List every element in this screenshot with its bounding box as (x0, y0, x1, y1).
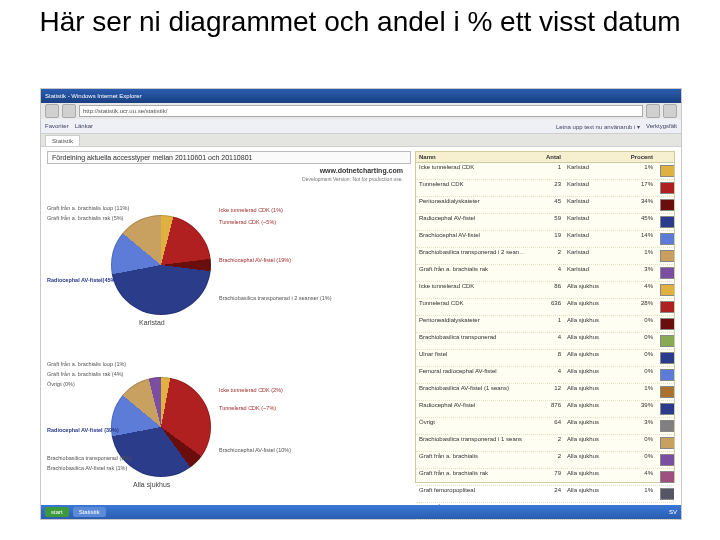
brand-watermark: www.dotnetcharting.com (320, 167, 403, 174)
table-row: Peritonealdialyskateter45Karlstad34% (416, 197, 674, 214)
stop-button[interactable] (663, 104, 677, 118)
pie2-label-r0: Icke tunnelerad CDK (2%) (219, 387, 283, 393)
table-row: Graft från a. brachialis rak4Karlstad3% (416, 265, 674, 282)
table-row: Femoral radiocephal AV-fistel4Alla sjukh… (416, 367, 674, 384)
table-row: Övrigt64Alla sjukhus3% (416, 418, 674, 435)
screenshot-frame: Statistik - Windows Internet Explorer ht… (40, 88, 682, 520)
table-row: Brachiobasilica transponerad4Alla sjukhu… (416, 333, 674, 350)
pie1-label-r0: Icke tunnelerad CDK (1%) (219, 207, 283, 213)
pie2-label-l3: Radiocephal AV-fistel (39%) (47, 427, 119, 433)
table-row: Tunnelerad CDK636Alla sjukhus28% (416, 299, 674, 316)
toolbar-tool[interactable]: Verktygsfält (646, 123, 677, 129)
forward-button[interactable] (62, 104, 76, 118)
taskbar: start Statistik SV (41, 505, 681, 519)
pie1-label-r2: Brachiocephal AV-fistel (19%) (219, 257, 291, 263)
table-row: Icke tunnelerad CDK1Karlstad1% (416, 163, 674, 180)
table-row: Icke tunnelerad CDK86Alla sjukhus4% (416, 282, 674, 299)
pie2-label-r1: Tunnelerad CDK (~7%) (219, 405, 276, 411)
pie2-label-l2: Övrigt (0%) (47, 381, 75, 387)
pie1-label-l0: Graft från a. brachialis loop (11%) (47, 205, 129, 211)
table-row: Graft femoropopliteal24Alla sjukhus1% (416, 486, 674, 503)
tab-statistik[interactable]: Statistik (45, 135, 80, 146)
pie1-label-blue: Radiocephal AV-fistel(45%) (47, 277, 117, 283)
data-table: Namn Antal Procent Icke tunnelerad CDK1K… (415, 151, 675, 483)
table-row: Brachiobasilica transponerad i 1 seans2A… (416, 435, 674, 452)
table-body: Icke tunnelerad CDK1Karlstad1%Tunnelerad… (416, 163, 674, 520)
pie2-caption: Alla sjukhus (133, 481, 170, 488)
tab-strip: Statistik (41, 134, 681, 147)
pie-chart-all (111, 377, 211, 477)
url-input[interactable]: http://statistik.ucr.uu.se/statistik/ (79, 105, 643, 117)
system-tray: SV (669, 509, 677, 515)
pie2-label-l5: Brachiobasilica AV-fistel rak (1%) (47, 465, 127, 471)
table-row: Ulnar fistel8Alla sjukhus0% (416, 350, 674, 367)
refresh-button[interactable] (646, 104, 660, 118)
pie2-label-l1: Graft från a. brachialis rak (4%) (47, 371, 123, 377)
table-row: Brachiocephal AV-fistel19Karlstad14% (416, 231, 674, 248)
tray-lang[interactable]: SV (669, 509, 677, 515)
table-row: Graft från a. brachialis rak79Alla sjukh… (416, 469, 674, 486)
pie-chart-karlstad (111, 215, 211, 315)
back-button[interactable] (45, 104, 59, 118)
pie2-label-r2: Brachiocephal AV-fistel (10%) (219, 447, 291, 453)
pie2-label-l0: Graft från a. brachialis loop (1%) (47, 361, 126, 367)
table-row: Brachiobasilica transponerad i 2 seanser… (416, 248, 674, 265)
chart-panel-title: Fördelning aktuella accesstyper mellan 2… (47, 151, 411, 164)
pie1-label-r1: Tunnelerad CDK (~5%) (219, 219, 276, 225)
pie1-caption: Karlstad (139, 319, 165, 326)
favorites-label[interactable]: Favoriter (45, 123, 69, 129)
table-row: Graft från a. brachialis2Alla sjukhus0% (416, 452, 674, 469)
table-row: Tunnelerad CDK23Karlstad17% (416, 180, 674, 197)
brand-sub: Development Version: Not for production … (302, 176, 403, 182)
slide-title: Här ser ni diagrammet och andel i % ett … (0, 0, 720, 40)
page-body: Fördelning aktuella accesstyper mellan 2… (41, 147, 681, 519)
table-row: Radiocephal AV-fistel876Alla sjukhus39% (416, 401, 674, 418)
table-row: Peritonealdialyskateter1Alla sjukhus0% (416, 316, 674, 333)
start-button[interactable]: start (45, 507, 69, 517)
links-label[interactable]: Länkar (75, 123, 93, 129)
window-titlebar: Statistik - Windows Internet Explorer (41, 89, 681, 103)
toolbar-msg[interactable]: Letna upp text nu använarub i ▾ (556, 123, 640, 130)
table-row: Brachiobasilica AV-fistel (1 seans)12All… (416, 384, 674, 401)
pie2-label-l4: Brachiobasilica transponerad (3%) (47, 455, 131, 461)
ie-toolbar: Favoriter Länkar Letna upp text nu använ… (41, 119, 681, 134)
pie1-label-r3: Brachiobasilica transponerad i 2 seanser… (219, 295, 332, 301)
task-item[interactable]: Statistik (73, 507, 106, 517)
th-antal: Antal (530, 152, 564, 162)
address-bar: http://statistik.ucr.uu.se/statistik/ (41, 103, 681, 119)
th-procent: Procent (618, 152, 656, 162)
th-name: Namn (416, 152, 530, 162)
th-grp (564, 152, 618, 162)
table-row: Radiocephal AV-fistel59Karlstad45% (416, 214, 674, 231)
pie1-label-l1: Graft från a. brachialis rak (5%) (47, 215, 123, 221)
table-header: Namn Antal Procent (416, 152, 674, 163)
